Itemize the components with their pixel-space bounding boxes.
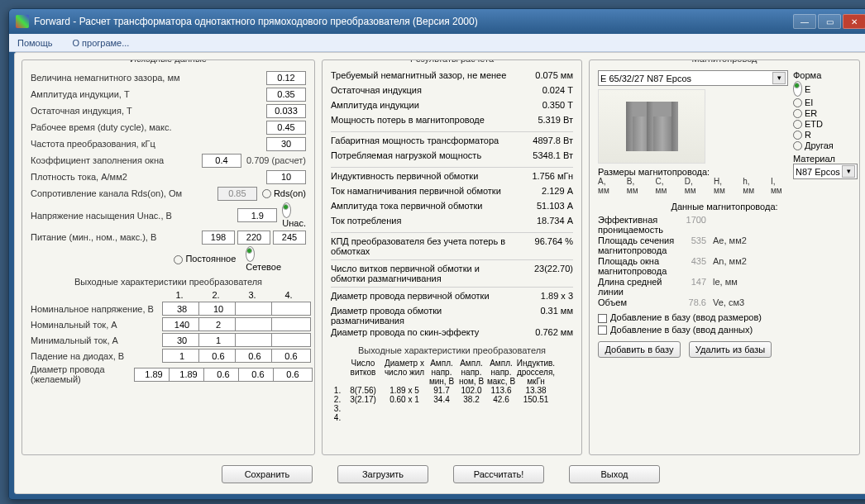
inp-duty[interactable] bbox=[266, 121, 306, 135]
app-icon bbox=[16, 15, 29, 28]
radio-shape-ER[interactable] bbox=[793, 109, 802, 118]
core-select[interactable]: E 65/32/27 N87 Epcos bbox=[598, 70, 788, 86]
out-row: 2.3(2.17)0.60 x 134.438.242.6150.51 bbox=[331, 395, 573, 404]
bottom-buttons: Сохранить Загрузить Рассчитать! Выход bbox=[22, 462, 860, 487]
maximize-button[interactable]: ▭ bbox=[818, 14, 841, 29]
res-out-title: Выходные характеристики преобразователя bbox=[331, 345, 573, 355]
inp-brem[interactable] bbox=[266, 104, 306, 118]
radio-usat[interactable] bbox=[282, 202, 291, 218]
inp-inom-2[interactable] bbox=[198, 317, 238, 331]
src-out-title: Выходные характеристики преобразователя bbox=[31, 277, 306, 287]
inp-inom-4[interactable] bbox=[271, 317, 311, 331]
chk-add-dim[interactable] bbox=[598, 314, 607, 323]
inp-inom-1[interactable] bbox=[162, 317, 202, 331]
inp-dwire-3[interactable] bbox=[238, 368, 278, 382]
mat-label: Материал bbox=[793, 154, 851, 164]
lbl-usat: Напряжение насыщения Uнас., В bbox=[31, 211, 237, 221]
out-row: 1.8(7.56)1.89 x 591.7102.0113.613.38 bbox=[331, 386, 573, 395]
btn-load[interactable]: Загрузить bbox=[337, 465, 428, 483]
radio-shape-ETD[interactable] bbox=[793, 120, 802, 129]
inp-pwr-min[interactable] bbox=[202, 231, 235, 245]
btn-add-db[interactable]: Добавить в базу bbox=[598, 341, 681, 358]
radio-shape-R[interactable] bbox=[793, 131, 802, 140]
radio-dc[interactable] bbox=[174, 255, 183, 264]
lbl-brem: Остаточная индукция, Т bbox=[31, 106, 266, 116]
close-button[interactable]: ✕ bbox=[843, 14, 865, 29]
inp-vd-4[interactable] bbox=[271, 349, 311, 363]
inp-vnom-1[interactable] bbox=[162, 302, 202, 316]
inp-dwire-1[interactable] bbox=[169, 368, 208, 382]
inp-vnom-4[interactable] bbox=[271, 302, 311, 316]
inp-gap[interactable] bbox=[266, 71, 306, 85]
inp-bamp[interactable] bbox=[266, 88, 306, 102]
lbl-gap: Величина немагнитного зазора, мм bbox=[31, 73, 266, 83]
titlebar: Forward - Расчет трансформатора однотакт… bbox=[9, 9, 865, 34]
inp-dwire-2[interactable] bbox=[203, 368, 243, 382]
inp-kfill[interactable] bbox=[202, 154, 241, 168]
btn-calc[interactable]: Рассчитать! bbox=[453, 465, 544, 483]
inp-freq[interactable] bbox=[266, 137, 306, 151]
btn-save[interactable]: Сохранить bbox=[222, 465, 313, 483]
group-results: Результаты расчета Требуемый немагнитный… bbox=[322, 59, 582, 455]
inp-inom-3[interactable] bbox=[235, 317, 275, 331]
inp-imin-4[interactable] bbox=[271, 333, 311, 347]
inp-imin-3[interactable] bbox=[235, 333, 275, 347]
lbl-bamp: Амплитуда индукции, Т bbox=[31, 89, 266, 99]
group-results-title: Результаты расчета bbox=[404, 59, 500, 64]
inp-usat[interactable] bbox=[237, 208, 277, 222]
inp-imin-2[interactable] bbox=[198, 333, 238, 347]
chk-add-data[interactable] bbox=[598, 326, 607, 335]
out-row: 4. bbox=[331, 413, 573, 422]
inp-imin-1[interactable] bbox=[162, 333, 202, 347]
lbl-kfill: Коэффициент заполнения окна bbox=[31, 155, 202, 165]
menu-help[interactable]: Помощь bbox=[17, 38, 53, 48]
dim-title: Размеры магнитопровода: bbox=[598, 167, 788, 177]
lbl-pwr: Питание (мин., ном., макс.), В bbox=[31, 232, 202, 242]
inp-vd-3[interactable] bbox=[235, 349, 275, 363]
lbl-rds: Сопротивление канала Rds(on), Ом bbox=[31, 188, 217, 198]
inp-dwire-pre[interactable] bbox=[134, 368, 174, 382]
minimize-button[interactable]: — bbox=[793, 14, 816, 29]
radio-rds[interactable] bbox=[262, 189, 271, 198]
inp-dwire-4[interactable] bbox=[273, 368, 313, 382]
inp-vnom-3[interactable] bbox=[235, 302, 275, 316]
hint-kfill: 0.709 (расчет) bbox=[246, 155, 306, 165]
lbl-freq: Частота преобразования, кГц bbox=[31, 139, 266, 149]
inp-pwr-max[interactable] bbox=[273, 231, 306, 245]
menu-about[interactable]: О програме... bbox=[73, 38, 130, 48]
group-source: Исходные данные Величина немагнитного за… bbox=[22, 59, 315, 455]
radio-shape-E[interactable] bbox=[793, 81, 802, 97]
menubar: Помощь О програме... bbox=[9, 34, 865, 52]
inp-pwr-nom[interactable] bbox=[237, 231, 270, 245]
inp-vd-2[interactable] bbox=[198, 349, 238, 363]
out-row: 3. bbox=[331, 404, 573, 413]
shape-label: Форма bbox=[793, 70, 851, 80]
lbl-jden: Плотность тока, А/мм2 bbox=[31, 172, 266, 182]
window-title: Forward - Расчет трансформатора однотакт… bbox=[34, 16, 478, 27]
btn-exit[interactable]: Выход bbox=[569, 465, 660, 483]
body: Исходные данные Величина немагнитного за… bbox=[14, 52, 865, 494]
radio-ac[interactable] bbox=[246, 246, 255, 262]
inp-vnom-2[interactable] bbox=[198, 302, 238, 316]
core-image bbox=[598, 89, 705, 164]
magdata-title: Данные магнитопровода: bbox=[598, 202, 851, 212]
radio-shape-EI[interactable] bbox=[793, 98, 802, 107]
btn-del-db[interactable]: Удалить из базы bbox=[689, 341, 772, 358]
material-select[interactable]: N87 Epcos bbox=[793, 164, 858, 179]
group-source-title: Исходные данные bbox=[123, 59, 213, 64]
inp-vd-1[interactable] bbox=[162, 349, 202, 363]
app-window: Forward - Расчет трансформатора однотакт… bbox=[8, 8, 865, 500]
group-mag: Магнитопровод E 65/32/27 N87 Epcos Разме… bbox=[589, 59, 860, 455]
lbl-duty: Рабочее время (duty cycle), макс. bbox=[31, 122, 266, 132]
radio-shape-Другая[interactable] bbox=[793, 141, 802, 150]
inp-jden[interactable] bbox=[266, 170, 306, 184]
group-mag-title: Магнитопровод bbox=[686, 59, 764, 64]
inp-rds bbox=[217, 187, 257, 201]
